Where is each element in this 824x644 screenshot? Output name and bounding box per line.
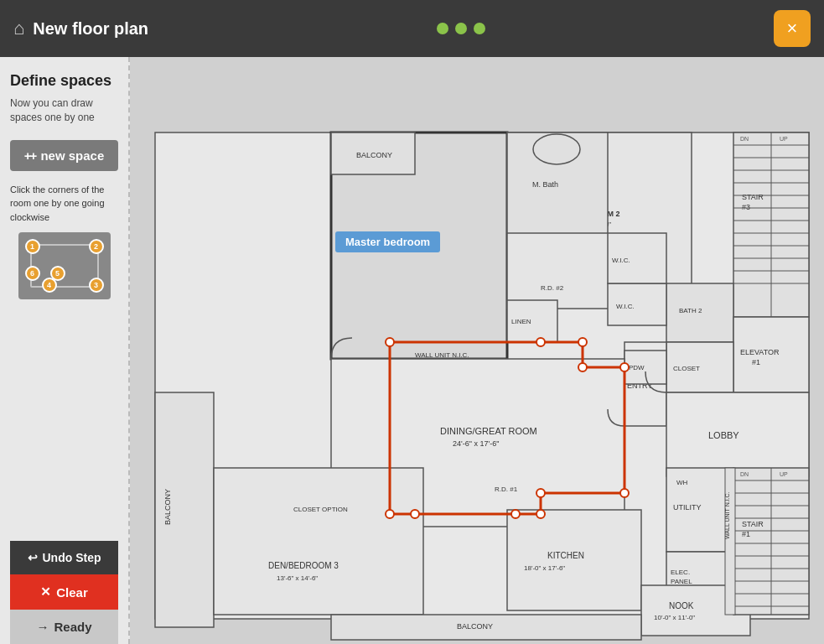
- svg-text:18'-0" x 17'-6": 18'-0" x 17'-6": [524, 564, 565, 572]
- svg-text:CLOSET OPTION: CLOSET OPTION: [293, 506, 348, 513]
- svg-text:BALCONY: BALCONY: [457, 622, 493, 631]
- svg-rect-65: [214, 468, 423, 615]
- header-left: ⌂ New floor plan: [13, 18, 148, 39]
- new-space-label: + new space: [29, 148, 104, 163]
- svg-point-95: [578, 338, 587, 346]
- clear-button[interactable]: ✕ Clear: [10, 574, 118, 610]
- svg-text:UP: UP: [780, 471, 788, 477]
- clear-label: Clear: [56, 585, 88, 600]
- floorplan-area[interactable]: BALCONY BEDROOM 2 14'-3" x 12'-0" M. Bat…: [130, 57, 824, 644]
- floorplan-svg: BALCONY BEDROOM 2 14'-3" x 12'-0" M. Bat…: [130, 57, 824, 644]
- svg-text:STAIR: STAIR: [742, 520, 764, 528]
- svg-text:W.I.C.: W.I.C.: [612, 257, 630, 264]
- main-layout: Define spaces Now you can draw spaces on…: [0, 57, 824, 644]
- dot-3: [474, 23, 485, 34]
- svg-text:STAIR: STAIR: [742, 193, 764, 201]
- clear-x-icon: ✕: [40, 584, 51, 600]
- svg-text:WH: WH: [676, 479, 688, 486]
- svg-text:DEN/BEDROOM 3: DEN/BEDROOM 3: [268, 561, 339, 570]
- new-space-button[interactable]: + + new space: [10, 140, 118, 171]
- svg-text:DN: DN: [740, 136, 749, 142]
- svg-text:WALL UNIT N.I.C.: WALL UNIT N.I.C.: [415, 351, 469, 359]
- svg-text:W.I.C.: W.I.C.: [616, 303, 635, 310]
- svg-point-102: [411, 510, 419, 518]
- svg-text:DN: DN: [740, 471, 749, 477]
- svg-point-101: [511, 510, 520, 518]
- svg-text:WALL UNIT N.I.C.: WALL UNIT N.I.C.: [724, 491, 730, 539]
- svg-text:DINING/GREAT ROOM: DINING/GREAT ROOM: [440, 426, 537, 436]
- sidebar: Define spaces Now you can draw spaces on…: [0, 57, 130, 644]
- svg-rect-91: [725, 468, 735, 615]
- undo-icon: ↩: [28, 551, 38, 564]
- svg-point-97: [620, 363, 629, 371]
- svg-rect-56: [507, 510, 641, 610]
- svg-text:PANEL: PANEL: [671, 578, 692, 585]
- svg-text:LOBBY: LOBBY: [708, 430, 739, 440]
- header-dots: [437, 23, 485, 34]
- corner-1: 1: [25, 239, 40, 254]
- arrow-right-icon: →: [36, 620, 49, 634]
- ready-button[interactable]: → Ready: [10, 610, 118, 644]
- undo-label: Undo Step: [43, 551, 101, 564]
- svg-text:BALCONY: BALCONY: [356, 151, 392, 159]
- svg-point-103: [386, 510, 394, 518]
- home-icon: ⌂: [13, 18, 24, 39]
- svg-point-98: [620, 489, 629, 497]
- app-title: New floor plan: [33, 19, 148, 39]
- dot-1: [437, 23, 448, 34]
- svg-text:BALCONY: BALCONY: [163, 489, 172, 525]
- dot-2: [455, 23, 467, 34]
- svg-point-99: [536, 489, 545, 497]
- svg-text:ELEC.: ELEC.: [671, 569, 690, 576]
- svg-text:UP: UP: [780, 136, 788, 142]
- svg-point-100: [536, 510, 545, 518]
- svg-text:ELEVATOR: ELEVATOR: [740, 348, 780, 356]
- svg-text:LINEN: LINEN: [511, 318, 531, 325]
- corner-5: 5: [50, 266, 65, 281]
- svg-text:10'-0" x 11'-0": 10'-0" x 11'-0": [654, 614, 695, 621]
- svg-text:KITCHEN: KITCHEN: [547, 551, 584, 560]
- svg-text:24'-6" x 17'-6": 24'-6" x 17'-6": [453, 439, 499, 448]
- svg-text:PDW: PDW: [629, 364, 645, 371]
- svg-text:NOOK: NOOK: [669, 601, 694, 610]
- svg-text:BATH 2: BATH 2: [679, 307, 702, 314]
- svg-point-94: [536, 338, 545, 346]
- svg-text:#1: #1: [752, 358, 760, 366]
- define-spaces-desc: Now you can draw spaces one by one: [10, 96, 118, 125]
- svg-text:#3: #3: [742, 203, 750, 211]
- ready-label: Ready: [54, 620, 91, 634]
- corner-3: 3: [89, 278, 104, 293]
- corner-inner-box: [30, 244, 99, 288]
- svg-text:R.D. #1: R.D. #1: [495, 486, 518, 493]
- undo-step-button[interactable]: ↩ Undo Step: [10, 541, 118, 574]
- svg-text:CLOSET: CLOSET: [673, 365, 700, 372]
- corner-6: 6: [25, 266, 40, 281]
- svg-point-96: [578, 363, 587, 371]
- corner-2: 2: [89, 239, 104, 254]
- svg-text:M. Bath: M. Bath: [532, 180, 558, 189]
- header: ⌂ New floor plan ×: [0, 0, 824, 57]
- close-button[interactable]: ×: [774, 10, 811, 47]
- svg-text:R.D. #2: R.D. #2: [541, 284, 564, 292]
- sidebar-bottom: ↩ Undo Step ✕ Clear → Ready: [10, 541, 118, 644]
- svg-text:UTILITY: UTILITY: [673, 503, 702, 512]
- corner-diagram: 1 2 3 4 5 6: [18, 232, 111, 299]
- svg-text:13'-6" x 14'-6": 13'-6" x 14'-6": [277, 574, 318, 582]
- click-hint-text: Click the corners of the room one by one…: [10, 183, 118, 225]
- define-spaces-title: Define spaces: [10, 72, 118, 90]
- svg-point-93: [386, 338, 394, 346]
